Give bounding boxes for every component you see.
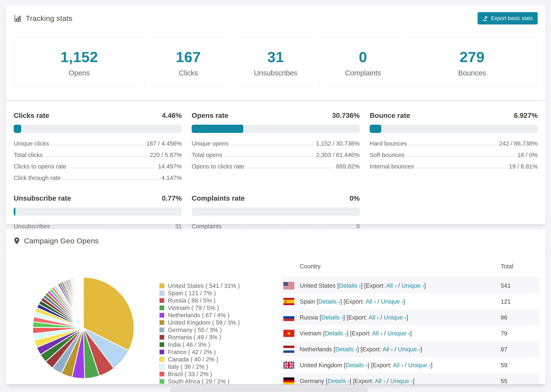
legend-item-brazil[interactable]: Brazil ( 33 / 2% ): [159, 370, 240, 378]
legend-label-canada: Canada ( 40 / 2% ): [168, 356, 218, 363]
details-link-netherlands[interactable]: Details ›: [335, 346, 357, 352]
export-unique-link-united-kingdom[interactable]: Unique ›: [408, 362, 431, 368]
stat-label-internal-bounces: Internal bounces: [370, 163, 414, 170]
export-all-link-united-kingdom[interactable]: All ›: [393, 362, 403, 368]
closing-bracket: ]: [420, 346, 422, 352]
legend-swatch-south-africa: [159, 379, 164, 384]
export-unique-link-spain[interactable]: Unique ›: [381, 298, 403, 305]
country-name-russia: Russia [: [300, 314, 321, 321]
counter-opens: 1,152Opens: [14, 38, 145, 87]
slash-separator: /: [393, 346, 398, 352]
legend-item-spain[interactable]: Spain ( 121 / 7% ): [159, 289, 240, 297]
total-cell-vietnam: 79: [501, 330, 537, 337]
rates-grid-bottom: Unsubscribe rate0.77%Unsubscribes31Compl…: [14, 193, 538, 230]
details-link-russia[interactable]: Details ›: [321, 314, 343, 321]
total-cell-germany: 55: [501, 378, 537, 385]
tracking-stats-card: Tracking stats Export basic stats 1,152O…: [6, 5, 546, 100]
export-all-link-netherlands[interactable]: All ›: [382, 346, 393, 352]
legend-item-romania[interactable]: Romania ( 49 / 3% ): [159, 334, 240, 341]
export-all-link-vietnam[interactable]: All ›: [372, 330, 382, 336]
export-unique-link-russia[interactable]: Unique ›: [384, 314, 406, 321]
legend-item-russia[interactable]: Russia ( 86 / 5% ): [159, 297, 240, 304]
rate-title-clicks: Clicks rate: [14, 112, 49, 119]
legend-item-india[interactable]: India ( 46 / 3% ): [159, 341, 240, 348]
details-link-spain[interactable]: Details ›: [318, 298, 340, 305]
export-unique-link-netherlands[interactable]: Unique ›: [398, 346, 420, 352]
counter-label-complaints: Complaints: [345, 69, 381, 77]
export-unique-link-germany[interactable]: Unique ›: [390, 378, 413, 384]
counter-value-bounces: 279: [460, 49, 485, 65]
stat-row-total-opens: Total opens2,303 / 61.446%: [192, 152, 360, 158]
rate-progressbar-complaints: [192, 207, 360, 216]
export-all-link-germany[interactable]: All ›: [375, 378, 385, 384]
stat-label-soft-bounces: Soft bounces: [370, 152, 404, 158]
legend-item-united-states[interactable]: United States ( 541 / 31% ): [159, 282, 240, 289]
details-link-vietnam[interactable]: Details ›: [325, 330, 347, 336]
rate-head-complaints: Complaints rate0%: [192, 194, 360, 202]
stat-value-unsubscribes: 31: [175, 223, 182, 230]
stat-row-internal-bounces: Internal bounces19 / 6.81%: [370, 163, 538, 170]
legend-swatch-united-states: [159, 283, 164, 288]
closing-bracket: ]: [431, 362, 432, 368]
export-all-link-united-states[interactable]: All ›: [386, 282, 396, 289]
closing-bracket: ]: [424, 282, 426, 289]
legend-item-canada[interactable]: Canada ( 40 / 2% ): [159, 356, 240, 363]
export-all-link-russia[interactable]: All ›: [369, 314, 379, 321]
rate-value-unsubscribe: 0.77%: [162, 194, 182, 202]
legend-swatch-spain: [159, 291, 164, 296]
legend-item-united-kingdom[interactable]: United Kingdom ( 59 / 3% ): [159, 319, 240, 326]
legend-item-netherlands[interactable]: Netherlands ( 67 / 4% ): [159, 311, 240, 319]
country-cell-united-kingdom: United Kingdom [Details ›] [Export: All …: [300, 362, 501, 369]
dotted-leader: [51, 145, 144, 145]
rate-section-complaints: Complaints rate0%Complaints0: [192, 193, 360, 230]
legend-item-south-africa[interactable]: South Africa ( 29 / 2% ): [159, 378, 240, 385]
counter-label-clicks: Clicks: [179, 69, 198, 77]
horizontal-scrollbar-thumb[interactable]: [170, 387, 368, 392]
export-basic-stats-button[interactable]: Export basic stats: [478, 12, 538, 24]
pie-slice-other-54[interactable]: [83, 277, 83, 328]
legend-label-united-states: United States ( 541 / 31% ): [168, 282, 240, 289]
stat-value-clicks-to-opens-rate: 14.497%: [158, 163, 182, 170]
details-link-united-kingdom[interactable]: Details ›: [346, 362, 367, 368]
rates-grid-top: Clicks rate4.46%Unique clicks167 / 4.456…: [14, 110, 538, 181]
legend-item-italy[interactable]: Italy ( 36 / 2% ): [159, 363, 240, 370]
stat-row-soft-bounces: Soft bounces18 / 0%: [370, 152, 538, 158]
counter-value-clicks: 167: [176, 49, 201, 65]
counter-label-bounces: Bounces: [458, 69, 486, 77]
export-all-link-spain[interactable]: All ›: [366, 298, 376, 305]
details-link-germany[interactable]: Details ›: [327, 378, 349, 384]
export-prefix: ] [Export:: [357, 346, 383, 352]
rate-title-opens: Opens rate: [192, 112, 228, 119]
rate-progress-fill-bounce: [370, 125, 381, 133]
export-unique-link-united-states[interactable]: Unique ›: [402, 282, 424, 289]
counter-value-opens: 1,152: [60, 49, 98, 65]
country-cell-germany: Germany [Details ›] [Export: All › / Uni…: [300, 378, 501, 385]
rate-title-bounce: Bounce rate: [370, 112, 410, 119]
legend-swatch-russia: [159, 298, 164, 303]
slash-separator: /: [382, 330, 387, 336]
legend-swatch-india: [159, 342, 164, 347]
legend-item-vietnam[interactable]: Vietnam ( 79 / 5% ): [159, 304, 240, 311]
geo-opens-pie-chart[interactable]: [28, 273, 138, 383]
geo-table-row-germany: Germany [Details ›] [Export: All › / Uni…: [281, 373, 540, 385]
legend-label-netherlands: Netherlands ( 67 / 4% ): [168, 312, 229, 319]
rate-progress-fill-unsubscribe: [14, 207, 15, 216]
geo-opens-header: Campaign Geo Opens: [6, 229, 545, 253]
page-title: Tracking stats: [26, 14, 72, 23]
stat-row-unsubscribes: Unsubscribes31: [14, 223, 182, 230]
dotted-leader: [63, 179, 159, 180]
rates-card-inner: Clicks rate4.46%Unique clicks167 / 4.456…: [6, 101, 545, 238]
slash-separator: /: [379, 314, 384, 321]
legend-swatch-united-kingdom: [159, 320, 164, 325]
dotted-leader: [69, 168, 155, 168]
export-unique-link-vietnam[interactable]: Unique ›: [387, 330, 410, 336]
column-header-country: Country: [300, 263, 501, 270]
stat-value-soft-bounces: 18 / 0%: [517, 152, 538, 158]
legend-label-vietnam: Vietnam ( 79 / 5% ): [168, 304, 219, 311]
dotted-leader: [247, 168, 333, 168]
details-link-united-states[interactable]: Details ›: [339, 282, 361, 289]
export-prefix: ] [Export:: [343, 314, 369, 321]
counter-value-complaints: 0: [359, 49, 367, 65]
legend-item-france[interactable]: France ( 42 / 2% ): [159, 348, 240, 356]
legend-item-germany[interactable]: Germany ( 55 / 3% ): [159, 326, 240, 334]
